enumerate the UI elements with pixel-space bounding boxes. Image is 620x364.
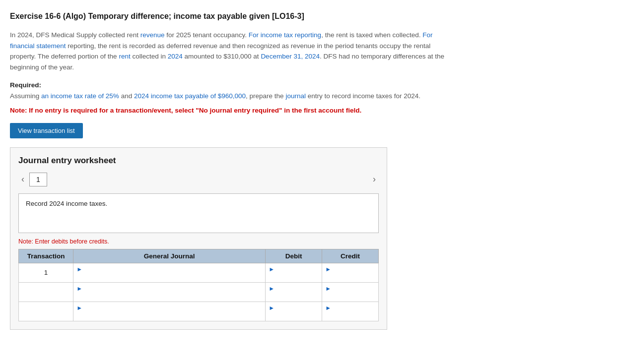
general-journal-cell-1[interactable]: ► (73, 263, 266, 282)
col-debit: Debit (266, 249, 322, 263)
transaction-num-2 (19, 282, 73, 302)
credit-input-1[interactable] (325, 273, 375, 280)
general-journal-cell-2[interactable]: ► (73, 282, 266, 302)
enter-debits-note: Note: Enter debits before credits. (18, 238, 379, 245)
required-label: Required: (10, 81, 457, 89)
journal-description: Record 2024 income taxes. (18, 193, 379, 233)
credit-input-2[interactable] (325, 292, 375, 300)
transaction-num-3 (19, 302, 73, 321)
col-transaction: Transaction (19, 249, 73, 263)
credit-cell-3[interactable]: ► (322, 302, 379, 321)
transaction-num-1: 1 (19, 263, 73, 282)
journal-nav-row: ‹ 1 › (18, 173, 379, 186)
required-text: Assuming an income tax rate of 25% and 2… (10, 91, 457, 102)
col-general-journal: General Journal (73, 249, 266, 263)
general-journal-cell-3[interactable]: ► (73, 302, 266, 321)
journal-table: Transaction General Journal Debit Credit… (18, 249, 379, 321)
required-section: Required: Assuming an income tax rate of… (10, 81, 457, 102)
journal-worksheet: Journal entry worksheet ‹ 1 › Record 202… (10, 147, 387, 330)
debit-input-2[interactable] (269, 292, 319, 300)
page-title: Exercise 16-6 (Algo) Temporary differenc… (10, 12, 610, 21)
debit-cell-3[interactable]: ► (266, 302, 322, 321)
journal-title: Journal entry worksheet (18, 156, 379, 166)
debit-input-3[interactable] (269, 311, 319, 319)
debit-input-1[interactable] (269, 273, 319, 280)
required-note: Note: If no entry is required for a tran… (10, 107, 457, 114)
general-journal-input-1[interactable] (76, 273, 262, 280)
view-transaction-list-button[interactable]: View transaction list (10, 123, 83, 138)
debit-cell-1[interactable]: ► (266, 263, 322, 282)
table-row: ► ► ► (19, 302, 379, 321)
problem-paragraph: In 2024, DFS Medical Supply collected re… (10, 30, 457, 72)
credit-cell-1[interactable]: ► (322, 263, 379, 282)
debit-cell-2[interactable]: ► (266, 282, 322, 302)
current-page-number: 1 (29, 173, 47, 186)
credit-input-3[interactable] (325, 311, 375, 319)
general-journal-input-2[interactable] (76, 292, 262, 300)
credit-cell-2[interactable]: ► (322, 282, 379, 302)
table-row: 1 ► ► ► (19, 263, 379, 282)
col-credit: Credit (322, 249, 379, 263)
next-page-button[interactable]: › (370, 173, 379, 185)
general-journal-input-3[interactable] (76, 311, 262, 319)
table-row: ► ► ► (19, 282, 379, 302)
prev-page-button[interactable]: ‹ (18, 173, 27, 185)
